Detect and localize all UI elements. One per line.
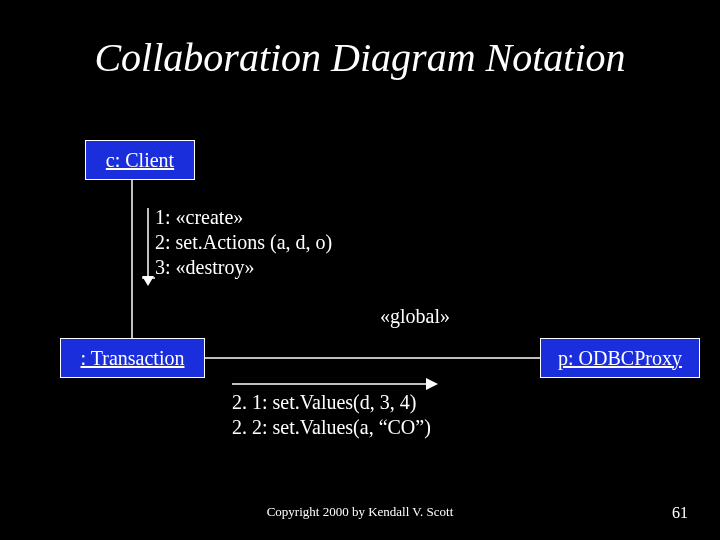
object-transaction: : Transaction bbox=[60, 338, 205, 378]
slide-title: Collaboration Diagram Notation bbox=[0, 34, 720, 81]
messages-bottom: 2. 1: set.Values(d, 3, 4) 2. 2: set.Valu… bbox=[232, 390, 431, 440]
copyright: Copyright 2000 by Kendall V. Scott bbox=[0, 504, 720, 520]
object-odbcproxy: p: ODBCProxy bbox=[540, 338, 700, 378]
svg-marker-6 bbox=[426, 378, 438, 390]
page-number: 61 bbox=[672, 504, 688, 522]
object-client: c: Client bbox=[85, 140, 195, 180]
messages-top: 1: «create» 2: set.Actions (a, d, o) 3: … bbox=[155, 205, 332, 280]
stereotype-global: «global» bbox=[380, 305, 450, 328]
svg-marker-4 bbox=[142, 276, 154, 286]
connector-lines bbox=[0, 0, 720, 540]
